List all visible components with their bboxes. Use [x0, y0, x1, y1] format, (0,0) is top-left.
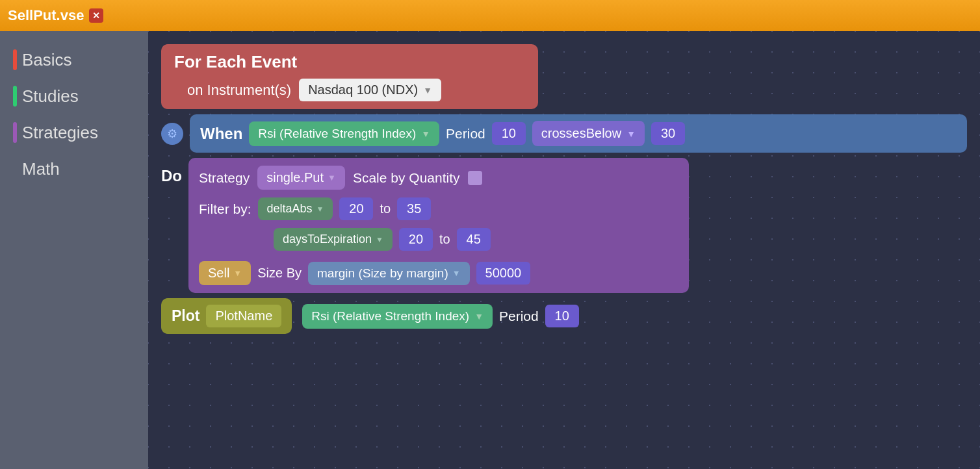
sidebar-item-strategies-label: Strategies	[22, 123, 98, 143]
strategy-row: Strategy single.Put ▼ Scale by Quantity	[199, 166, 678, 190]
filter2-min-value: 20	[409, 232, 423, 246]
filter-by-label: Filter by:	[199, 201, 251, 217]
instrument-arrow-icon: ▼	[423, 85, 432, 95]
sell-dropdown[interactable]: Sell ▼	[199, 261, 251, 285]
do-section: Do Strategy single.Put ▼ Scale by Quanti…	[161, 158, 967, 293]
plot-period-value: 10	[555, 309, 569, 323]
threshold-value: 30	[661, 126, 675, 140]
strategy-value: single.Put	[266, 170, 324, 185]
sell-row: Sell ▼ Size By margin (Size by margin) ▼…	[199, 261, 678, 285]
sidebar-item-studies-label: Studies	[22, 86, 79, 107]
canvas-area: For Each Event on Instrument(s) Nasdaq 1…	[148, 31, 980, 469]
plot-rsi-arrow-icon: ▼	[474, 311, 484, 322]
days-arrow-icon: ▼	[376, 235, 383, 244]
filter1-min-box[interactable]: 20	[339, 197, 373, 220]
filter1-min-value: 20	[349, 201, 363, 216]
delta-abs-dropdown[interactable]: deltaAbs ▼	[258, 197, 333, 220]
period-value-box[interactable]: 10	[492, 122, 526, 145]
strategy-dropdown[interactable]: single.Put ▼	[257, 166, 345, 190]
plot-period-box[interactable]: 10	[545, 305, 579, 327]
on-instrument-label: on Instrument(s)	[187, 82, 291, 99]
sidebar: Basics Studies Strategies Math	[0, 31, 148, 469]
filter1-to-label: to	[380, 201, 391, 216]
filter2-to-label: to	[439, 232, 450, 247]
title-bar-text: SellPut.vse	[8, 7, 84, 24]
plot-name: PlotName	[215, 309, 272, 323]
margin-value: 50000	[485, 266, 522, 280]
plot-section: Plot PlotName Rsi (Relative Strength Ind…	[161, 298, 967, 334]
math-indicator	[13, 158, 17, 179]
for-each-block: For Each Event on Instrument(s) Nasdaq 1…	[161, 44, 538, 109]
when-rsi-label: Rsi (Relative Strength Index)	[258, 127, 416, 141]
margin-value-box[interactable]: 50000	[476, 262, 531, 285]
delta-abs-label: deltaAbs	[267, 202, 313, 216]
for-each-row: on Instrument(s) Nasdaq 100 (NDX) ▼	[187, 79, 525, 101]
when-rsi-block[interactable]: Rsi (Relative Strength Index) ▼	[249, 121, 439, 146]
plot-name-box[interactable]: PlotName	[206, 305, 281, 327]
strategies-indicator	[13, 122, 17, 143]
filter-row-1: Filter by: deltaAbs ▼ 20 to 35	[199, 197, 678, 220]
margin-label: margin (Size by margin)	[317, 266, 448, 281]
gear-icon[interactable]: ⚙	[161, 123, 183, 145]
for-each-title: For Each Event	[174, 52, 525, 72]
delta-abs-arrow-icon: ▼	[316, 205, 324, 214]
plot-period-label: Period	[499, 309, 539, 324]
when-label: When	[200, 125, 242, 143]
filter-row-2: daysToExpiration ▼ 20 to 45	[274, 228, 678, 251]
close-button[interactable]: ✕	[89, 8, 103, 23]
studies-indicator	[13, 86, 17, 107]
when-row: ⚙ When Rsi (Relative Strength Index) ▼ P…	[161, 114, 967, 153]
scale-label: Scale by Quantity	[353, 170, 460, 186]
basics-indicator	[13, 49, 17, 70]
crosses-arrow-icon: ▼	[626, 129, 636, 139]
filter2-max-box[interactable]: 45	[457, 228, 491, 251]
sidebar-item-studies[interactable]: Studies	[0, 79, 148, 113]
instrument-dropdown[interactable]: Nasdaq 100 (NDX) ▼	[299, 79, 441, 101]
block-container: For Each Event on Instrument(s) Nasdaq 1…	[148, 31, 980, 469]
when-block: When Rsi (Relative Strength Index) ▼ Per…	[190, 114, 967, 153]
scale-checkbox[interactable]	[468, 171, 482, 185]
sidebar-item-math[interactable]: Math	[0, 152, 148, 186]
when-rsi-arrow-icon: ▼	[421, 129, 430, 139]
days-to-expiration-dropdown[interactable]: daysToExpiration ▼	[274, 228, 393, 251]
do-block: Strategy single.Put ▼ Scale by Quantity …	[188, 158, 689, 293]
margin-arrow-icon: ▼	[452, 268, 461, 278]
period-value: 10	[502, 126, 516, 140]
crosses-below-label: crossesBelow	[541, 126, 621, 141]
sell-label: Sell	[208, 266, 229, 281]
plot-block: Plot PlotName	[161, 298, 292, 334]
sidebar-item-math-label: Math	[22, 159, 60, 179]
sidebar-item-basics-label: Basics	[22, 50, 72, 70]
size-by-label: Size By	[257, 266, 302, 281]
filter1-max-value: 35	[407, 201, 421, 216]
title-bar: SellPut.vse ✕	[0, 0, 980, 31]
days-to-expiration-label: daysToExpiration	[283, 233, 372, 246]
filter2-max-value: 45	[467, 232, 481, 246]
sidebar-item-strategies[interactable]: Strategies	[0, 116, 148, 149]
margin-dropdown[interactable]: margin (Size by margin) ▼	[308, 262, 470, 285]
period-label: Period	[446, 126, 485, 142]
main-layout: Basics Studies Strategies Math For Each …	[0, 31, 980, 469]
sell-arrow-icon: ▼	[233, 268, 242, 278]
threshold-value-box[interactable]: 30	[651, 122, 685, 145]
plot-rsi-label: Rsi (Relative Strength Index)	[311, 309, 469, 323]
strategy-arrow-icon: ▼	[328, 173, 336, 183]
plot-rsi-block[interactable]: Rsi (Relative Strength Index) ▼	[302, 304, 493, 329]
plot-label: Plot	[172, 307, 200, 325]
strategy-label: Strategy	[199, 170, 250, 186]
crosses-below-block[interactable]: crossesBelow ▼	[532, 121, 645, 146]
sidebar-item-basics[interactable]: Basics	[0, 43, 148, 77]
do-label: Do	[161, 167, 182, 185]
filter2-min-box[interactable]: 20	[399, 228, 433, 251]
filter1-max-box[interactable]: 35	[397, 197, 431, 220]
instrument-value: Nasdaq 100 (NDX)	[308, 82, 418, 97]
